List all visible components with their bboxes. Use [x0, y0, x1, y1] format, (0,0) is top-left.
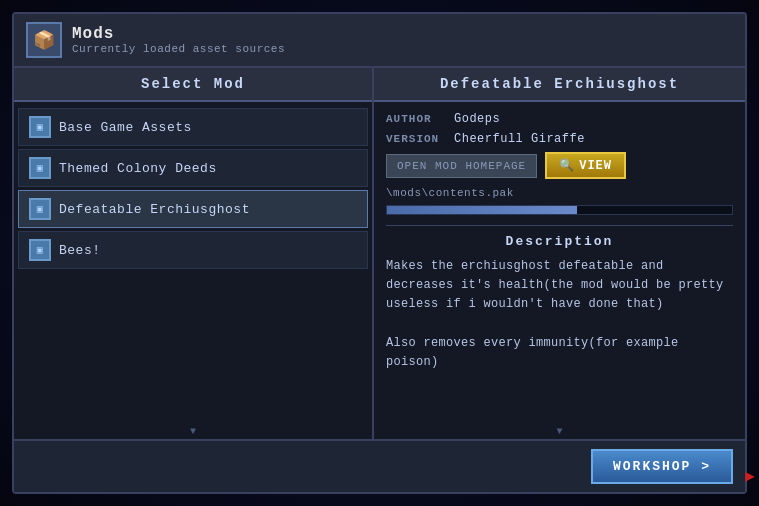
- mod-label-themed-colony-deeds: Themed Colony Deeds: [59, 161, 217, 176]
- main-window: 📦 Mods Currently loaded asset sources Se…: [12, 12, 747, 494]
- left-panel: Select Mod Base Game Assets Themed Colon…: [14, 68, 374, 439]
- mod-icon-base-game-assets: [29, 116, 51, 138]
- progress-bar-container: [386, 205, 733, 215]
- workshop-button[interactable]: WORKSHOP >: [591, 449, 733, 484]
- version-row: VERSION Cheerfull Giraffe: [386, 132, 733, 146]
- mod-label-base-game-assets: Base Game Assets: [59, 120, 192, 135]
- description-section: Description Makes the erchiusghost defea…: [386, 225, 733, 372]
- mod-icon-themed-colony-deeds: [29, 157, 51, 179]
- mod-icon-bees: [29, 239, 51, 261]
- author-label: AUTHOR: [386, 113, 446, 125]
- mod-details: AUTHOR Godeps VERSION Cheerfull Giraffe …: [374, 102, 745, 424]
- mod-icon-defeatable-erchiusghost: [29, 198, 51, 220]
- mod-item-defeatable-erchiusghost[interactable]: Defeatable Erchiusghost: [18, 190, 368, 228]
- mod-item-themed-colony-deeds[interactable]: Themed Colony Deeds: [18, 149, 368, 187]
- progress-bar: [387, 206, 577, 214]
- description-text: Makes the erchiusghost defeatable and de…: [386, 257, 733, 372]
- author-row: AUTHOR Godeps: [386, 112, 733, 126]
- window-subtitle: Currently loaded asset sources: [72, 43, 285, 55]
- mod-list[interactable]: Base Game Assets Themed Colony Deeds Def…: [14, 102, 372, 424]
- view-button[interactable]: VIEW: [545, 152, 626, 179]
- homepage-row: OPEN MOD HOMEPAGE VIEW: [386, 152, 733, 179]
- open-mod-homepage-button[interactable]: OPEN MOD HOMEPAGE: [386, 154, 537, 178]
- description-header: Description: [386, 234, 733, 249]
- right-panel: Defeatable Erchiusghost AUTHOR Godeps VE…: [374, 68, 745, 439]
- scroll-down-arrow[interactable]: ▼: [14, 424, 372, 439]
- version-label: VERSION: [386, 133, 446, 145]
- window-icon: 📦: [26, 22, 62, 58]
- window-title: Mods: [72, 25, 285, 43]
- version-value: Cheerfull Giraffe: [454, 132, 585, 146]
- bottom-bar: WORKSHOP >: [14, 439, 745, 492]
- title-bar: 📦 Mods Currently loaded asset sources: [14, 14, 745, 68]
- file-path: \mods\contents.pak: [386, 187, 733, 199]
- right-panel-header: Defeatable Erchiusghost: [374, 68, 745, 102]
- left-panel-header: Select Mod: [14, 68, 372, 102]
- title-text-block: Mods Currently loaded asset sources: [72, 25, 285, 55]
- right-scroll-down-arrow[interactable]: ▼: [374, 424, 745, 439]
- content-area: Select Mod Base Game Assets Themed Colon…: [14, 68, 745, 439]
- mod-label-bees: Bees!: [59, 243, 101, 258]
- red-arrow-indicator: ▶: [745, 466, 755, 486]
- author-value: Godeps: [454, 112, 500, 126]
- mod-label-defeatable-erchiusghost: Defeatable Erchiusghost: [59, 202, 250, 217]
- mod-item-base-game-assets[interactable]: Base Game Assets: [18, 108, 368, 146]
- mod-item-bees[interactable]: Bees!: [18, 231, 368, 269]
